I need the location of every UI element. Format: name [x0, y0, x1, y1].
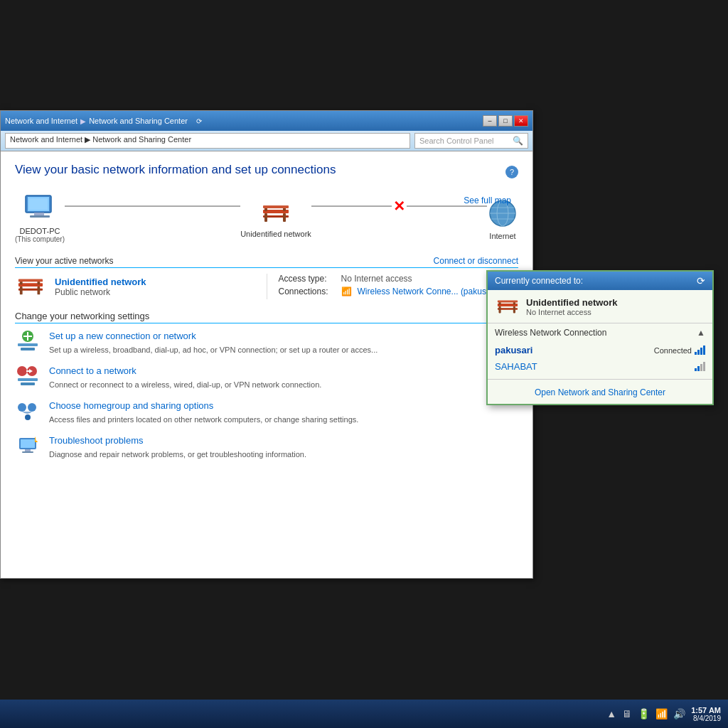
settings-header: Change your networking settings	[15, 311, 518, 323]
settings-desc-1: Connect or reconnect to a wireless, wire…	[49, 380, 321, 389]
signal-bar-3	[700, 348, 702, 355]
breadcrumb-arrow: ▶	[80, 117, 86, 125]
tray-wifi-icon[interactable]: 📶	[655, 708, 668, 719]
wifi-current-info: Unidentified network No Internet access	[526, 297, 618, 316]
tray-volume-icon[interactable]: 🔊	[673, 708, 685, 719]
svg-rect-29	[18, 378, 38, 381]
title-bar: Network and Internet ▶ Network and Shari…	[1, 111, 532, 131]
system-tray: ▲ 🖥 🔋 📶 🔊	[606, 708, 685, 719]
see-full-map-link[interactable]: See full map	[464, 196, 511, 205]
settings-link-0[interactable]: Set up a new connection or network	[49, 331, 518, 341]
svg-rect-3	[30, 215, 50, 218]
svg-point-35	[18, 403, 26, 412]
signal-bar-s4	[703, 362, 705, 371]
title-bar-left: Network and Internet ▶ Network and Shari…	[5, 117, 202, 125]
wifi-refresh-icon[interactable]: ⟳	[697, 275, 705, 287]
active-networks-label: View your active networks	[15, 256, 114, 266]
tray-network-icon[interactable]: 🖥	[622, 708, 632, 719]
svg-rect-39	[21, 439, 35, 448]
tray-arrow-icon[interactable]: ▲	[606, 708, 616, 719]
active-network-name[interactable]: Unidentified network	[55, 277, 146, 287]
settings-text-2: Choose homegroup and sharing options Acc…	[49, 400, 518, 425]
active-network-bench-icon	[15, 274, 46, 299]
settings-text-0: Set up a new connection or network Set u…	[49, 331, 518, 355]
settings-desc-3: Diagnose and repair network problems, or…	[49, 450, 306, 459]
settings-desc-0: Set up a wireless, broadband, dial-up, a…	[49, 346, 378, 354]
addr-part1: Network and Internet	[10, 135, 82, 144]
wifi-network-item-0[interactable]: pakusari Connected	[495, 342, 705, 358]
search-placeholder: Search Control Panel	[419, 136, 494, 145]
wifi-section-text: Wireless Network Connection	[495, 328, 606, 338]
wifi-popup-title: Currently connected to:	[495, 276, 583, 286]
svg-rect-20	[37, 287, 40, 294]
settings-item-1: Connect to a network Connect or reconnec…	[15, 365, 518, 390]
setup-connection-icon	[15, 331, 41, 352]
address-bar: Network and Internet ▶ Network and Shari…	[1, 131, 532, 151]
search-box[interactable]: Search Control Panel 🔍	[414, 133, 528, 149]
settings-link-3[interactable]: Troubleshoot problems	[49, 435, 518, 446]
signal-bar-4	[703, 346, 705, 355]
clock-date: 8/4/2019	[691, 714, 721, 722]
svg-rect-11	[263, 205, 289, 208]
search-icon: 🔍	[513, 136, 523, 146]
restore-button[interactable]: □	[498, 115, 513, 127]
breadcrumb-part1[interactable]: Network and Internet	[5, 117, 77, 125]
address-refresh-icon[interactable]: ⟳	[196, 117, 202, 125]
breadcrumb-part2[interactable]: Network and Sharing Center	[89, 117, 188, 125]
wifi-network-name-0[interactable]: pakusari	[495, 345, 532, 355]
wifi-section-label: Wireless Network Connection ▲	[495, 328, 705, 338]
wifi-connected-label: Connected	[654, 346, 692, 355]
signal-bar-s3	[700, 364, 702, 371]
addr-part2: Network and Sharing Center	[92, 135, 191, 144]
settings-text-1: Connect to a network Connect or reconnec…	[49, 365, 518, 390]
svg-rect-45	[498, 306, 500, 313]
open-sharing-center-link[interactable]: Open Network and Sharing Center	[535, 387, 665, 397]
connect-or-disconnect-link[interactable]: Connect or disconnect	[434, 256, 518, 266]
wifi-current-item: Unidentified network No Internet access	[495, 296, 705, 317]
settings-item-3: Troubleshoot problems Diagnose and repai…	[15, 435, 518, 460]
settings-link-1[interactable]: Connect to a network	[49, 365, 518, 376]
wifi-current-status: No Internet access	[526, 308, 618, 316]
svg-point-37	[25, 414, 31, 420]
network-identity: Unidentified network Public network	[55, 277, 146, 297]
computer-node: DEDOT-PC (This computer)	[15, 194, 65, 243]
wifi-current-name: Unidentified network	[526, 297, 618, 308]
wifi-bench-icon	[495, 296, 520, 317]
breadcrumb-in-address: Network and Internet ▶ Network and Shari…	[10, 135, 191, 144]
svg-rect-27	[18, 343, 38, 346]
svg-rect-30	[21, 382, 35, 385]
wifi-popup-header: Currently connected to: ⟳	[488, 272, 712, 290]
wifi-signal-icon: 📶	[341, 287, 352, 296]
svg-rect-40	[25, 449, 31, 451]
svg-rect-19	[20, 287, 23, 294]
computer-sublabel: (This computer)	[15, 235, 65, 243]
close-button[interactable]: ✕	[514, 115, 528, 127]
settings-desc-2: Access files and printers located on oth…	[49, 415, 358, 424]
svg-rect-49	[498, 300, 518, 302]
svg-rect-2	[34, 213, 44, 215]
active-network-type: Public network	[55, 287, 146, 297]
minimize-button[interactable]: –	[483, 115, 497, 127]
wifi-network-name-1[interactable]: SAHABAT	[495, 361, 537, 372]
wifi-network-item-1[interactable]: SAHABAT	[495, 358, 705, 375]
network-details: Access type: No Internet access Connecti…	[267, 274, 519, 299]
computer-label: DEDOT-PC	[20, 227, 60, 235]
title-bar-controls: – □ ✕	[483, 115, 528, 127]
svg-rect-8	[283, 213, 286, 222]
line-broken: ✕	[311, 198, 487, 215]
wifi-popup: Currently connected to: ⟳ Unidentified n…	[486, 270, 714, 405]
tray-battery-icon[interactable]: 🔋	[638, 708, 650, 719]
active-networks-header: View your active networks Connect or dis…	[15, 256, 518, 268]
wifi-chevron-icon[interactable]: ▲	[697, 328, 705, 338]
svg-rect-23	[18, 279, 43, 282]
network-node[interactable]: Unidentified network	[240, 200, 311, 238]
network-label: Unidentified network	[240, 230, 311, 238]
connections-value[interactable]: Wireless Network Conne... (pakusari)	[358, 287, 499, 296]
access-type-row: Access type: No Internet access	[279, 274, 519, 284]
svg-rect-4	[29, 198, 48, 210]
help-icon[interactable]: ?	[505, 166, 518, 178]
settings-item-2: Choose homegroup and sharing options Acc…	[15, 400, 518, 425]
address-input[interactable]: Network and Internet ▶ Network and Shari…	[5, 133, 410, 149]
settings-link-2[interactable]: Choose homegroup and sharing options	[49, 400, 518, 411]
network-diagram: DEDOT-PC (This computer) Unidentified ne…	[15, 188, 518, 249]
